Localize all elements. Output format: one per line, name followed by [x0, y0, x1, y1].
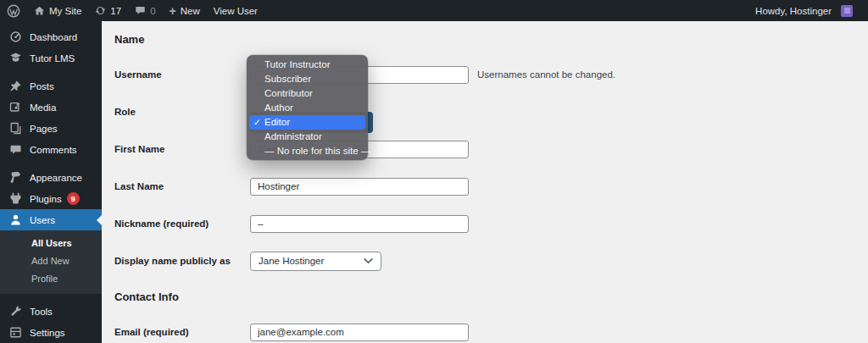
role-option-editor[interactable]: ✓ Editor — [249, 115, 365, 130]
my-site-button[interactable]: My Site — [27, 0, 88, 21]
name-section-heading: Name — [114, 32, 868, 47]
comments-icon — [8, 143, 22, 157]
updates-icon — [95, 5, 106, 16]
plugins-update-badge: 9 — [67, 192, 80, 205]
sidebar-label: Comments — [30, 145, 77, 155]
comments-button[interactable]: 0 — [128, 0, 162, 21]
admin-bar: My Site 17 0 + New View User Howdy, Host… — [0, 0, 868, 21]
avatar — [841, 5, 853, 17]
sidebar-item-pages[interactable]: Pages — [0, 118, 102, 139]
sidebar-item-media[interactable]: Media — [0, 97, 102, 118]
role-row: Role — [114, 93, 868, 130]
sidebar-item-posts[interactable]: Posts — [0, 75, 102, 97]
home-icon — [34, 5, 45, 16]
sidebar-item-comments[interactable]: Comments — [0, 139, 102, 160]
sidebar-label: Dashboard — [30, 32, 77, 42]
view-user-button[interactable]: View User — [207, 0, 264, 21]
plus-icon: + — [170, 5, 176, 17]
role-option-contributor[interactable]: Contributor — [247, 86, 368, 101]
pushpin-icon — [8, 80, 22, 93]
sidebar-item-appearance[interactable]: Appearance — [0, 167, 102, 188]
sidebar-item-settings[interactable]: Settings — [0, 322, 102, 343]
nickname-label: Nickname (required) — [114, 219, 250, 229]
display-name-value: Jane Hostinger — [259, 256, 324, 266]
chevron-down-icon — [364, 258, 373, 264]
comments-count: 0 — [150, 6, 155, 16]
plug-icon — [8, 192, 22, 206]
howdy-account-button[interactable]: Howdy, Hostinger — [748, 0, 868, 21]
nickname-input[interactable] — [250, 215, 469, 233]
updates-button[interactable]: 17 — [88, 0, 128, 21]
wordpress-logo-button[interactable] — [0, 0, 27, 21]
sidebar-item-tutor-lms[interactable]: Tutor LMS — [0, 47, 102, 69]
settings-icon — [8, 326, 22, 340]
sidebar-item-tools[interactable]: Tools — [0, 301, 102, 322]
graduation-cap-icon — [8, 52, 22, 65]
wrench-icon — [8, 305, 22, 318]
user-icon — [8, 213, 22, 227]
display-name-row: Display name publicly as Jane Hostinger — [114, 242, 868, 279]
paintbrush-icon — [8, 171, 22, 185]
last-name-input[interactable] — [250, 178, 469, 196]
role-option-editor-label: Editor — [264, 117, 290, 127]
edit-user-page: Name Username Usernames cannot be change… — [102, 21, 868, 343]
admin-sidebar: Dashboard Tutor LMS Posts Media Pages — [0, 21, 102, 343]
role-label: Role — [114, 107, 250, 117]
sidebar-item-plugins[interactable]: Plugins 9 — [0, 188, 102, 209]
contact-info-section-heading: Contact Info — [114, 290, 868, 305]
role-option-no-role[interactable]: — No role for this site — — [247, 144, 368, 158]
new-label: New — [181, 6, 200, 16]
comment-bubble-icon — [135, 5, 146, 16]
sidebar-label: Settings — [30, 328, 65, 338]
users-submenu: All Users Add New Profile — [0, 230, 102, 294]
email-input[interactable] — [250, 324, 469, 341]
submenu-item-profile[interactable]: Profile — [0, 270, 102, 288]
new-button[interactable]: + New — [163, 0, 207, 21]
dashboard-icon — [8, 30, 22, 44]
first-name-label: First Name — [114, 144, 250, 154]
sidebar-label: Tutor LMS — [30, 53, 75, 64]
media-icon — [8, 101, 22, 114]
username-row: Username Usernames cannot be changed. — [114, 56, 868, 93]
display-name-select[interactable]: Jane Hostinger — [250, 252, 381, 271]
last-name-row: Last Name — [114, 168, 868, 205]
email-label: Email (required) — [114, 327, 250, 337]
submenu-item-all-users[interactable]: All Users — [0, 235, 102, 252]
submenu-item-add-new[interactable]: Add New — [0, 252, 102, 270]
role-option-subscriber[interactable]: Subscriber — [247, 72, 368, 86]
role-option-administrator[interactable]: Administrator — [247, 130, 368, 144]
role-dropdown-popup: Tutor Instructor Subscriber Contributor … — [247, 55, 368, 160]
sidebar-label: Pages — [30, 124, 58, 134]
nickname-row: Nickname (required) — [114, 205, 868, 242]
role-option-author[interactable]: Author — [247, 101, 368, 115]
role-option-tutor-instructor[interactable]: Tutor Instructor — [247, 58, 368, 72]
view-user-label: View User — [214, 6, 258, 16]
pages-icon — [8, 122, 22, 136]
check-icon: ✓ — [253, 115, 261, 130]
display-name-label: Display name publicly as — [114, 256, 250, 266]
wordpress-logo-icon — [7, 4, 20, 18]
username-label: Username — [114, 69, 250, 80]
email-row: Email (required) — [114, 313, 868, 343]
sidebar-label: Tools — [30, 307, 53, 317]
my-site-label: My Site — [49, 6, 81, 16]
sidebar-label: Media — [30, 102, 56, 113]
last-name-label: Last Name — [114, 181, 250, 191]
howdy-label: Howdy, Hostinger — [755, 6, 832, 16]
updates-count: 17 — [110, 6, 121, 16]
sidebar-label: Appearance — [30, 173, 82, 183]
sidebar-item-users[interactable]: Users — [0, 209, 102, 230]
sidebar-item-dashboard[interactable]: Dashboard — [0, 26, 102, 47]
username-note: Usernames cannot be changed. — [477, 69, 615, 80]
sidebar-label: Plugins — [30, 194, 62, 204]
first-name-row: First Name — [114, 130, 868, 168]
sidebar-label: Users — [30, 215, 55, 225]
current-menu-arrow — [97, 215, 102, 225]
sidebar-label: Posts — [30, 81, 54, 91]
